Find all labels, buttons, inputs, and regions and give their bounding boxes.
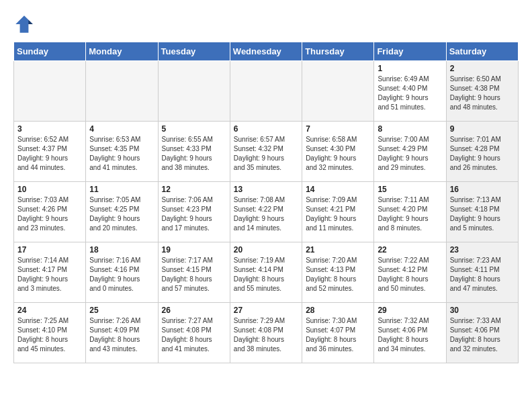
cell-info: Sunrise: 7:29 AM Sunset: 4:08 PM Dayligh… [234,316,298,354]
cell-info: Sunrise: 7:13 AM Sunset: 4:18 PM Dayligh… [450,195,515,233]
cell-info: Sunrise: 7:14 AM Sunset: 4:17 PM Dayligh… [17,256,82,293]
day-number: 3 [17,124,82,134]
weekday-header: Monday [86,42,158,61]
calendar-cell: 13Sunrise: 7:08 AM Sunset: 4:22 PM Dayli… [230,182,302,242]
day-number: 6 [234,124,298,134]
day-number: 10 [17,185,82,194]
day-number: 23 [450,245,515,255]
calendar-cell: 24Sunrise: 7:25 AM Sunset: 4:10 PM Dayli… [14,303,86,363]
logo-icon [13,13,35,35]
logo [13,13,38,35]
day-number: 28 [306,306,370,315]
calendar-cell [230,61,302,122]
cell-info: Sunrise: 7:23 AM Sunset: 4:11 PM Dayligh… [450,256,515,293]
calendar-cell: 16Sunrise: 7:13 AM Sunset: 4:18 PM Dayli… [446,182,518,242]
calendar-cell: 27Sunrise: 7:29 AM Sunset: 4:08 PM Dayli… [230,303,302,363]
calendar-cell: 15Sunrise: 7:11 AM Sunset: 4:20 PM Dayli… [374,182,446,242]
day-number: 27 [234,306,298,315]
day-number: 1 [378,64,442,73]
cell-info: Sunrise: 7:08 AM Sunset: 4:22 PM Dayligh… [234,195,298,233]
calendar-cell: 14Sunrise: 7:09 AM Sunset: 4:21 PM Dayli… [302,182,374,242]
calendar-cell: 30Sunrise: 7:33 AM Sunset: 4:06 PM Dayli… [446,303,518,363]
cell-info: Sunrise: 7:26 AM Sunset: 4:09 PM Dayligh… [89,316,154,354]
day-number: 5 [162,124,226,134]
calendar-cell: 22Sunrise: 7:22 AM Sunset: 4:12 PM Dayli… [374,242,446,303]
cell-info: Sunrise: 7:17 AM Sunset: 4:15 PM Dayligh… [162,256,226,293]
day-number: 29 [378,306,442,315]
day-number: 2 [450,64,515,73]
cell-info: Sunrise: 7:30 AM Sunset: 4:07 PM Dayligh… [306,316,370,354]
calendar-cell: 28Sunrise: 7:30 AM Sunset: 4:07 PM Dayli… [302,303,374,363]
weekday-header: Sunday [14,42,86,61]
calendar-cell [302,61,374,122]
cell-info: Sunrise: 6:52 AM Sunset: 4:37 PM Dayligh… [17,135,82,173]
calendar-row: 3Sunrise: 6:52 AM Sunset: 4:37 PM Daylig… [14,122,519,182]
day-number: 15 [378,185,442,194]
cell-info: Sunrise: 7:06 AM Sunset: 4:23 PM Dayligh… [162,195,226,233]
calendar-cell [14,61,86,122]
cell-info: Sunrise: 7:19 AM Sunset: 4:14 PM Dayligh… [234,256,298,293]
cell-info: Sunrise: 7:25 AM Sunset: 4:10 PM Dayligh… [17,316,82,354]
calendar-cell: 7Sunrise: 6:58 AM Sunset: 4:30 PM Daylig… [302,122,374,182]
calendar-cell: 3Sunrise: 6:52 AM Sunset: 4:37 PM Daylig… [14,122,86,182]
day-number: 18 [89,245,154,255]
calendar-cell: 6Sunrise: 6:57 AM Sunset: 4:32 PM Daylig… [230,122,302,182]
calendar-cell: 17Sunrise: 7:14 AM Sunset: 4:17 PM Dayli… [14,242,86,303]
day-number: 24 [17,306,82,315]
day-number: 13 [234,185,298,194]
weekday-header: Thursday [302,42,374,61]
day-number: 26 [162,306,226,315]
day-number: 11 [89,185,154,194]
calendar-cell: 12Sunrise: 7:06 AM Sunset: 4:23 PM Dayli… [158,182,230,242]
weekday-header: Tuesday [158,42,230,61]
cell-info: Sunrise: 6:49 AM Sunset: 4:40 PM Dayligh… [378,75,442,112]
day-number: 20 [234,245,298,255]
calendar-cell: 8Sunrise: 7:00 AM Sunset: 4:29 PM Daylig… [374,122,446,182]
day-number: 19 [162,245,226,255]
day-number: 30 [450,306,515,315]
day-number: 16 [450,185,515,194]
header [13,13,519,35]
day-number: 17 [17,245,82,255]
calendar-cell: 9Sunrise: 7:01 AM Sunset: 4:28 PM Daylig… [446,122,518,182]
calendar-cell: 29Sunrise: 7:32 AM Sunset: 4:06 PM Dayli… [374,303,446,363]
calendar-cell: 4Sunrise: 6:53 AM Sunset: 4:35 PM Daylig… [86,122,158,182]
calendar-row: 1Sunrise: 6:49 AM Sunset: 4:40 PM Daylig… [14,61,519,122]
weekday-header: Saturday [446,42,518,61]
calendar-cell: 1Sunrise: 6:49 AM Sunset: 4:40 PM Daylig… [374,61,446,122]
calendar-cell: 25Sunrise: 7:26 AM Sunset: 4:09 PM Dayli… [86,303,158,363]
calendar-cell: 19Sunrise: 7:17 AM Sunset: 4:15 PM Dayli… [158,242,230,303]
cell-info: Sunrise: 6:57 AM Sunset: 4:32 PM Dayligh… [234,135,298,173]
day-number: 21 [306,245,370,255]
calendar-cell [158,61,230,122]
day-number: 8 [378,124,442,134]
cell-info: Sunrise: 7:03 AM Sunset: 4:26 PM Dayligh… [17,195,82,233]
cell-info: Sunrise: 7:00 AM Sunset: 4:29 PM Dayligh… [378,135,442,173]
calendar-cell: 23Sunrise: 7:23 AM Sunset: 4:11 PM Dayli… [446,242,518,303]
cell-info: Sunrise: 7:11 AM Sunset: 4:20 PM Dayligh… [378,195,442,233]
day-number: 25 [89,306,154,315]
weekday-header: Wednesday [230,42,302,61]
calendar-cell: 2Sunrise: 6:50 AM Sunset: 4:38 PM Daylig… [446,61,518,122]
calendar-cell: 5Sunrise: 6:55 AM Sunset: 4:33 PM Daylig… [158,122,230,182]
cell-info: Sunrise: 7:16 AM Sunset: 4:16 PM Dayligh… [89,256,154,293]
cell-info: Sunrise: 7:32 AM Sunset: 4:06 PM Dayligh… [378,316,442,354]
calendar-cell: 26Sunrise: 7:27 AM Sunset: 4:08 PM Dayli… [158,303,230,363]
cell-info: Sunrise: 7:09 AM Sunset: 4:21 PM Dayligh… [306,195,370,233]
calendar-table: SundayMondayTuesdayWednesdayThursdayFrid… [13,42,519,363]
calendar-cell: 20Sunrise: 7:19 AM Sunset: 4:14 PM Dayli… [230,242,302,303]
weekday-header: Friday [374,42,446,61]
cell-info: Sunrise: 6:50 AM Sunset: 4:38 PM Dayligh… [450,75,515,112]
calendar-row: 10Sunrise: 7:03 AM Sunset: 4:26 PM Dayli… [14,182,519,242]
calendar-row: 24Sunrise: 7:25 AM Sunset: 4:10 PM Dayli… [14,303,519,363]
calendar-cell: 11Sunrise: 7:05 AM Sunset: 4:25 PM Dayli… [86,182,158,242]
day-number: 14 [306,185,370,194]
cell-info: Sunrise: 7:33 AM Sunset: 4:06 PM Dayligh… [450,316,515,354]
day-number: 7 [306,124,370,134]
calendar-cell: 21Sunrise: 7:20 AM Sunset: 4:13 PM Dayli… [302,242,374,303]
cell-info: Sunrise: 7:22 AM Sunset: 4:12 PM Dayligh… [378,256,442,293]
day-number: 9 [450,124,515,134]
calendar-cell: 18Sunrise: 7:16 AM Sunset: 4:16 PM Dayli… [86,242,158,303]
calendar-cell: 10Sunrise: 7:03 AM Sunset: 4:26 PM Dayli… [14,182,86,242]
cell-info: Sunrise: 7:27 AM Sunset: 4:08 PM Dayligh… [162,316,226,354]
